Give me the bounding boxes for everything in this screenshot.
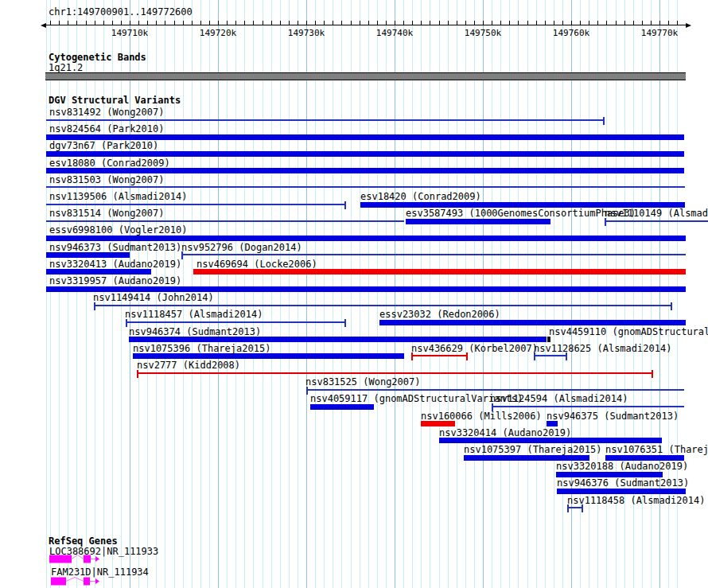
gridline-minor — [457, 0, 457, 588]
variant-bar[interactable] — [46, 252, 130, 258]
ruler-tick — [253, 21, 254, 25]
variant-label: nsv1118457 (Alsmadi2014) — [125, 310, 263, 320]
variant-line[interactable] — [46, 204, 346, 205]
variant-bar[interactable] — [46, 286, 686, 292]
variant-bar[interactable] — [193, 269, 686, 275]
variant-bar[interactable] — [46, 134, 684, 140]
variant-label: nsv1149414 (John2014) — [93, 293, 214, 303]
variant-endcap — [306, 387, 308, 395]
ruler-tick — [50, 21, 51, 25]
ruler-tick — [500, 21, 501, 25]
gridline-minor — [227, 0, 228, 588]
variant-label: esv18080 (Conrad2009) — [49, 158, 170, 169]
ruler-tick — [324, 21, 325, 25]
variant-line[interactable] — [411, 355, 468, 356]
dgv-title: DGV Structural Variants — [49, 95, 181, 106]
variant-bar[interactable] — [129, 337, 547, 342]
variant-bar[interactable] — [46, 168, 684, 173]
variant-bar[interactable] — [46, 236, 686, 241]
ruler-tick — [474, 21, 475, 25]
gene-exon[interactable] — [51, 578, 66, 586]
gridline-minor — [474, 0, 475, 588]
ruler-tick — [633, 21, 634, 25]
variant-bar[interactable] — [547, 337, 550, 342]
variant-bar[interactable] — [547, 421, 558, 426]
ruler-tick — [156, 21, 157, 25]
cytoband-label: 1q21.2 — [49, 63, 83, 73]
variant-line[interactable] — [46, 220, 404, 222]
ruler-tick-label: 149750k — [459, 28, 507, 38]
variant-label: esv3587493 (1000GenomesConsortiumPhase3) — [406, 208, 636, 219]
ruler-tick — [138, 21, 139, 25]
ruler-tick — [642, 21, 643, 25]
ruler-tick — [457, 21, 457, 25]
ruler-tick — [68, 21, 68, 25]
ruler-tick — [412, 21, 413, 25]
ruler-tick — [103, 21, 104, 25]
variant-line[interactable] — [492, 406, 684, 407]
variant-label: nsv1118458 (Alsmadi2014) — [567, 496, 705, 506]
variant-endcap — [671, 302, 672, 310]
ruler-tick — [218, 21, 219, 25]
ruler-tick — [121, 21, 122, 25]
variant-line[interactable] — [46, 119, 605, 121]
variant-bar[interactable] — [557, 489, 686, 494]
ruler-tick — [651, 21, 652, 25]
gridline-minor — [377, 0, 378, 588]
variant-line[interactable] — [567, 507, 583, 508]
ruler-arrow-right-icon — [686, 23, 691, 28]
variant-bar[interactable] — [379, 320, 686, 325]
variant-bar[interactable] — [46, 151, 684, 157]
gene-arrowhead-icon — [95, 578, 99, 584]
variant-label: nsv1128625 (Alsmadi2014) — [534, 344, 671, 354]
gridline-minor — [50, 0, 51, 588]
cytoband-bar[interactable] — [45, 72, 686, 80]
ruler-tick-label: 149730k — [282, 28, 330, 38]
variant-bar[interactable] — [464, 455, 589, 461]
gridline-major — [306, 0, 307, 588]
variant-line[interactable] — [94, 305, 672, 306]
variant-bar[interactable] — [133, 353, 404, 359]
variant-bar[interactable] — [556, 472, 663, 477]
variant-bar[interactable] — [439, 438, 662, 443]
gridline-minor — [341, 0, 342, 588]
ruler-tick — [465, 21, 466, 25]
variant-bar[interactable] — [360, 202, 685, 208]
variant-label: nsv1110149 (Alsmadi201 — [605, 208, 708, 219]
gridline-minor — [68, 0, 68, 588]
gene-label: FAM231D|NR_111934 — [51, 567, 149, 578]
ruler-tick — [271, 21, 272, 25]
gene-exon[interactable] — [84, 578, 90, 586]
ruler-tick — [183, 21, 184, 25]
ruler-tick — [263, 21, 263, 25]
variant-line[interactable] — [605, 220, 708, 222]
gene-intron — [66, 578, 84, 582]
gridline-minor — [554, 0, 554, 588]
variant-line[interactable] — [137, 372, 653, 374]
variant-line[interactable] — [181, 254, 686, 255]
ruler-tick — [333, 21, 333, 25]
variant-label: nsv1139506 (Alsmadi2014) — [49, 192, 187, 202]
variant-endcap — [126, 319, 127, 327]
variant-bar[interactable] — [406, 219, 550, 224]
variant-bar[interactable] — [310, 404, 374, 410]
gridline-minor — [333, 0, 333, 588]
variant-bar[interactable] — [421, 421, 455, 426]
gridline-minor — [465, 0, 466, 588]
variant-label: nsv3320413 (Audano2019) — [49, 259, 181, 270]
variant-endcap — [466, 352, 468, 360]
variant-line[interactable] — [126, 321, 346, 323]
variant-bar[interactable] — [605, 455, 684, 461]
variant-label: esv18420 (Conrad2009) — [360, 192, 481, 202]
variant-bar[interactable] — [46, 269, 151, 275]
gridline-minor — [298, 0, 298, 588]
variant-line[interactable] — [534, 355, 567, 356]
ruler-tick — [439, 21, 440, 25]
variant-line[interactable] — [306, 389, 684, 391]
variant-label: nsv831514 (Wong2007) — [49, 208, 165, 219]
ruler-tick — [659, 21, 660, 25]
variant-line[interactable] — [46, 186, 685, 188]
gridline-minor — [280, 0, 281, 588]
gridline-minor — [536, 0, 537, 588]
ruler-tick — [518, 21, 519, 25]
